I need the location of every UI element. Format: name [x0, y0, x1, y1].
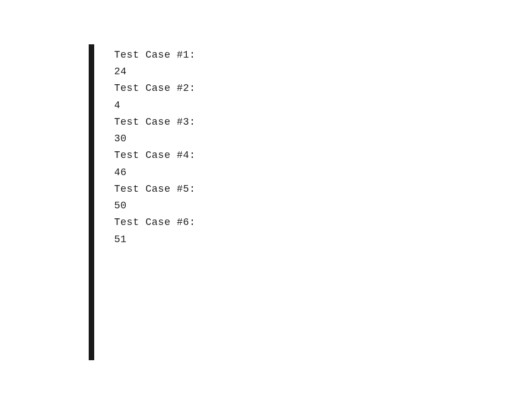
test-case-value: 46: [114, 164, 196, 181]
output-content: Test Case #1: 24 Test Case #2: 4 Test Ca…: [94, 44, 196, 360]
test-case-value: 4: [114, 97, 196, 114]
gutter-bar: [89, 44, 94, 360]
test-case-label: Test Case #5:: [114, 181, 196, 197]
test-case-value: 24: [114, 63, 196, 80]
test-case-value: 51: [114, 231, 196, 248]
output-panel: Test Case #1: 24 Test Case #2: 4 Test Ca…: [89, 44, 310, 360]
test-case-value: 30: [114, 130, 196, 147]
test-case-label: Test Case #3:: [114, 114, 196, 130]
test-case-value: 50: [114, 197, 196, 214]
test-case-label: Test Case #2:: [114, 80, 196, 96]
test-case-label: Test Case #4:: [114, 147, 196, 163]
test-case-label: Test Case #1:: [114, 47, 196, 63]
test-case-label: Test Case #6:: [114, 214, 196, 231]
